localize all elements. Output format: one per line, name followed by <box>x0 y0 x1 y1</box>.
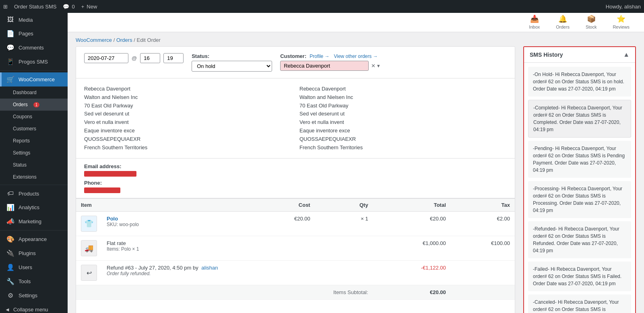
settings-icon: ⚙ <box>6 292 14 299</box>
sidebar-item-marketing[interactable]: 📣 Marketing <box>0 214 68 229</box>
order-main-panel: @ Status: On hold Customer: <box>76 46 515 313</box>
breadcrumb: WooCommerce / Orders / Edit Order <box>68 32 644 46</box>
view-orders-link[interactable]: View other orders → <box>334 54 378 59</box>
email-redacted <box>84 171 136 177</box>
sidebar-item-settings-main[interactable]: ⚙ Settings <box>0 288 68 303</box>
sms-text: -Pending- Hi Rebecca Davenport, Your ord… <box>533 146 625 173</box>
sidebar-item-coupons[interactable]: Coupons <box>0 111 68 123</box>
progos-icon: 📱 <box>6 58 14 66</box>
sidebar-item-label: Progos SMS <box>19 59 48 65</box>
topbar-inbox[interactable]: 📥 Inbox <box>521 13 548 32</box>
order-top-section: @ Status: On hold Customer: <box>76 47 515 78</box>
sidebar-item-label: Settings <box>19 292 37 299</box>
sidebar-item-media[interactable]: 🖼 Media <box>0 13 68 27</box>
sidebar-item-analytics[interactable]: 📊 Analytics <box>0 200 68 214</box>
table-row: ↩ Refund #63 - July 27, 2020, 4:50 pm by… <box>76 261 515 285</box>
sidebar-item-products[interactable]: 🏷 Products <box>0 187 68 200</box>
sidebar-item-label: Extensions <box>13 174 37 180</box>
sidebar-item-appearance[interactable]: 🎨 Appearance <box>0 232 68 246</box>
shipping-country: French Southern Territories <box>299 144 507 152</box>
sms-message-pending: -Pending- Hi Rebecca Davenport, Your ord… <box>528 141 631 178</box>
sidebar-item-plugins[interactable]: 🔌 Plugins <box>0 246 68 260</box>
sms-text: -Processing- Hi Rebecca Davenport, Your … <box>533 186 622 213</box>
status-select[interactable]: On hold <box>192 61 272 72</box>
inbox-icon-wrap: 📥 <box>530 14 539 23</box>
product-qty: × 1 <box>315 212 373 236</box>
sms-message-on-hold: -On Hold- Hi Rebecca Davenport, Your ord… <box>528 67 631 97</box>
sidebar-item-orders[interactable]: Orders 1 <box>0 99 68 111</box>
shipping-address: Rebecca Davenport Walton and Nielsen Inc… <box>299 85 507 152</box>
sidebar-item-woocommerce[interactable]: 🛒 WooCommerce <box>0 72 68 86</box>
sidebar-item-settings[interactable]: Settings <box>0 147 68 159</box>
customer-links: Profile → View other orders → <box>310 53 378 59</box>
sidebar-item-label: Plugins <box>19 250 36 256</box>
topbar-orders[interactable]: 🔔 1 Orders <box>548 13 578 32</box>
wp-logo: ⊞ <box>3 4 8 10</box>
contact-section: Email address: Phone: <box>76 159 515 198</box>
sms-message-processing: -Processing- Hi Rebecca Davenport, Your … <box>528 181 631 218</box>
product-name: Polo <box>107 216 229 222</box>
shipping-company: Walton and Nielsen Inc <box>299 93 507 102</box>
customer-input[interactable] <box>280 61 369 71</box>
billing-street: 70 East Old Parkway <box>84 102 291 110</box>
breadcrumb-orders[interactable]: Orders <box>116 37 132 43</box>
orders-label: Orders <box>556 25 570 29</box>
sidebar-item-label: Products <box>19 191 39 197</box>
billing-company: Walton and Nielsen Inc <box>84 93 291 102</box>
breadcrumb-woocommerce[interactable]: WooCommerce <box>76 37 112 43</box>
orders-badge: 1 <box>33 102 40 107</box>
comments-link[interactable]: 💬 0 <box>63 4 74 10</box>
billing-line2: Sed vel deserunt ut <box>84 110 291 118</box>
sms-text: -Completed- Hi Rebecca Davenport, Your o… <box>533 105 622 132</box>
sidebar-item-label: Marketing <box>19 218 41 224</box>
sms-messages-list: -On Hold- Hi Rebecca Davenport, Your ord… <box>524 63 635 313</box>
topbar-stock[interactable]: 📦 Stock <box>578 13 605 32</box>
sidebar-item-customers[interactable]: Customers <box>0 123 68 135</box>
sidebar-item-comments[interactable]: 💬 Comments <box>0 41 68 55</box>
marketing-icon: 📣 <box>6 218 14 225</box>
sidebar-item-users[interactable]: 👤 Users <box>0 260 68 274</box>
refund-image: ↩ <box>81 265 97 281</box>
sms-history-title: SMS History <box>530 51 563 58</box>
sidebar-item-tools[interactable]: 🔧 Tools <box>0 274 68 288</box>
sms-message-refunded: -Refunded- Hi Rebecca Davenport, Your or… <box>528 221 631 258</box>
customer-section: Customer: Profile → View other orders → … <box>280 53 380 71</box>
shipping-line2: Sed vel deserunt ut <box>299 110 507 118</box>
product-tax: €2.00 <box>451 212 515 236</box>
sms-panel-toggle[interactable]: ▲ <box>623 51 630 58</box>
sidebar-item-status[interactable]: Status <box>0 159 68 171</box>
new-link[interactable]: + New <box>81 4 97 10</box>
email-label: Email address: <box>84 163 507 169</box>
breadcrumb-sep2: / <box>134 37 136 43</box>
site-name[interactable]: Order Status SMS <box>14 4 56 10</box>
collapse-menu-button[interactable]: ◄ Collapse menu <box>0 303 68 313</box>
profile-link[interactable]: Profile → <box>310 54 329 59</box>
customer-clear-icon[interactable]: ✕ ▾ <box>371 63 380 69</box>
phone-label: Phone: <box>84 180 507 186</box>
order-date-input[interactable] <box>84 53 128 63</box>
shipping-details: Flat rate Items: Polo × 1 <box>102 236 234 261</box>
sidebar-item-label: Status <box>13 162 27 168</box>
addresses-section: Rebecca Davenport Walton and Nielsen Inc… <box>76 78 515 159</box>
refund-by-link[interactable]: alishan <box>201 265 218 271</box>
tools-icon: 🔧 <box>6 278 14 285</box>
sidebar-item-progos-sms[interactable]: 📱 Progos SMS <box>0 55 68 69</box>
wc-topbar: 📥 Inbox 🔔 1 Orders 📦 Stock ⭐ Reviews <box>68 13 644 32</box>
items-table: Item Cost Qty Total Tax 👕 <box>76 198 515 300</box>
sidebar-item-label: Customers <box>13 126 36 132</box>
comments-icon: 💬 <box>6 44 14 51</box>
order-time-m-input[interactable] <box>163 53 184 63</box>
shipping-postcode: QUOSSAEPEQUIAEXR <box>299 135 507 144</box>
sidebar-item-extensions[interactable]: Extensions <box>0 171 68 183</box>
sidebar-item-label: Orders <box>13 102 28 107</box>
woocommerce-icon: 🛒 <box>6 76 14 83</box>
product-link[interactable]: Polo <box>107 216 118 222</box>
topbar-reviews[interactable]: ⭐ Reviews <box>605 13 638 32</box>
sms-text: -Refunded- Hi Rebecca Davenport, Your or… <box>533 226 619 253</box>
order-time-h-input[interactable] <box>140 53 160 63</box>
sidebar-item-reports[interactable]: Reports <box>0 135 68 147</box>
menu-separator-3 <box>0 230 68 231</box>
sidebar-item-dashboard[interactable]: Dashboard <box>0 86 68 99</box>
shipping-items: Items: Polo × 1 <box>107 246 229 252</box>
sidebar-item-pages[interactable]: 📄 Pages <box>0 27 68 41</box>
